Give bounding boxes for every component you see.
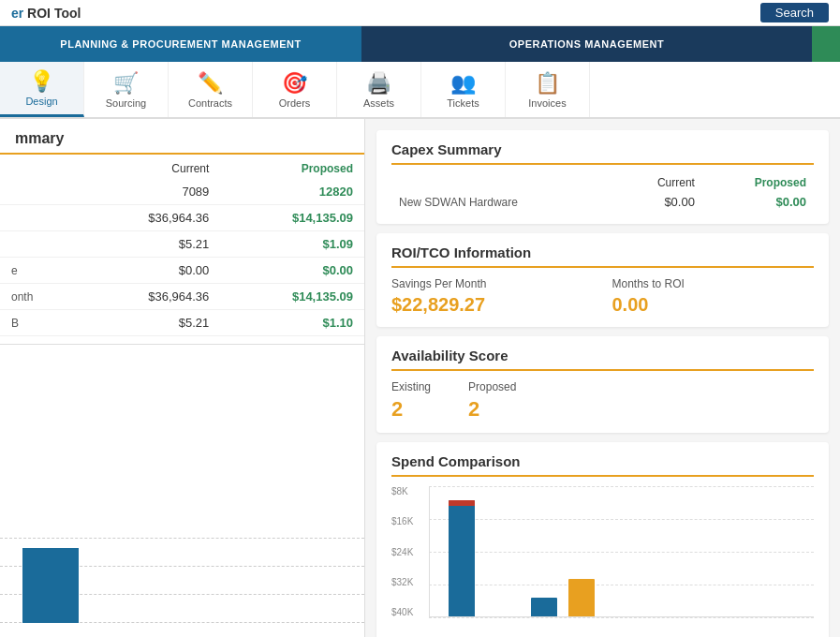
spend-title: Spend Comparison: [391, 453, 814, 477]
table-row: $5.21 $1.09: [0, 231, 364, 258]
table-row: New SDWAN Hardware $0.00 $0.00: [391, 191, 814, 213]
tab-bar: 💡 Design 🛒 Sourcing ✏️ Contracts 🎯 Order…: [0, 62, 840, 119]
tab-contracts-label: Contracts: [188, 97, 232, 109]
y-label: $40K: [391, 607, 425, 617]
summary-row-current: 7089: [77, 179, 221, 205]
y-label: $16K: [391, 516, 425, 526]
y-label: $8K: [391, 486, 425, 496]
assets-icon: 🖨️: [366, 71, 391, 96]
left-panel: mmary Current Proposed 7089 12820 $36,96…: [0, 119, 365, 637]
tab-tickets-label: Tickets: [447, 97, 479, 109]
table-row: onth $36,964.36 $14,135.09: [0, 284, 364, 310]
tab-invoices[interactable]: 📋 Invoices: [506, 62, 590, 117]
orders-icon: 🎯: [282, 71, 307, 96]
nav-operations[interactable]: Operations Management: [361, 26, 812, 62]
nav-planning[interactable]: Planning & Procurement Management: [0, 26, 361, 62]
tab-invoices-label: Invoices: [528, 97, 566, 109]
summary-row-current: $36,964.36: [77, 205, 221, 231]
roi-months-label: Months to ROI: [612, 277, 815, 290]
search-button[interactable]: Search: [760, 3, 829, 22]
summary-row-current: $36,964.36: [77, 284, 221, 310]
tab-orders-label: Orders: [279, 97, 311, 109]
left-chart-area: [0, 344, 364, 637]
y-label: $24K: [391, 547, 425, 557]
bar-current-1: [449, 500, 475, 616]
tab-contracts[interactable]: ✏️ Contracts: [169, 62, 253, 117]
avail-existing-value: 2: [391, 397, 431, 422]
availability-title: Availability Score: [391, 348, 814, 371]
roi-savings: Savings Per Month $22,829.27: [391, 277, 594, 316]
nav-green: [812, 26, 840, 62]
bar-group-1: [449, 495, 475, 616]
left-chart-bar: [22, 548, 79, 623]
table-row: B $5.21 $1.10: [0, 310, 364, 336]
summary-row-current: $5.21: [77, 231, 221, 258]
roi-grid: Savings Per Month $22,829.27 Months to R…: [391, 277, 814, 316]
tab-sourcing[interactable]: 🛒 Sourcing: [84, 62, 169, 117]
roi-title: ROI/TCO Information: [391, 244, 814, 268]
app-header: er ROI Tool Search: [0, 0, 840, 26]
tab-assets[interactable]: 🖨️ Assets: [337, 62, 421, 117]
capex-card: Capex Summary Current Proposed New SDWAN…: [376, 130, 829, 224]
bar-current-2: [531, 598, 557, 616]
tab-design-label: Design: [25, 96, 57, 107]
summary-title: mmary: [0, 119, 364, 155]
capex-col-proposed: Proposed: [702, 174, 814, 191]
roi-savings-value: $22,829.27: [391, 294, 594, 316]
avail-existing-label: Existing: [391, 380, 431, 393]
tab-sourcing-label: Sourcing: [106, 97, 146, 109]
capex-col-current: Current: [614, 174, 701, 191]
col-current: Current: [77, 158, 221, 179]
summary-row-label: e: [0, 258, 77, 284]
summary-row-current: $5.21: [77, 310, 221, 336]
capex-title: Capex Summary: [391, 141, 814, 165]
capex-row-current: $0.00: [614, 191, 701, 213]
avail-proposed-value: 2: [468, 397, 516, 422]
summary-row-proposed: 12820: [220, 179, 364, 205]
summary-row-label: onth: [0, 284, 77, 310]
tickets-icon: 👥: [450, 71, 476, 96]
roi-months-value: 0.00: [612, 294, 815, 316]
contracts-icon: ✏️: [198, 71, 223, 96]
header-title: er ROI Tool: [11, 6, 81, 21]
avail-proposed-label: Proposed: [468, 380, 516, 393]
capex-row-label: New SDWAN Hardware: [391, 191, 614, 213]
summary-row-label: B: [0, 310, 77, 336]
tab-design[interactable]: 💡 Design: [0, 62, 84, 117]
spend-chart: $40K$32K$24K$16K$8K: [391, 486, 814, 636]
summary-row-label: [0, 179, 77, 205]
avail-existing: Existing 2: [391, 380, 431, 422]
spend-card: Spend Comparison $40K$32K$24K$16K$8K: [376, 442, 829, 637]
roi-savings-label: Savings Per Month: [391, 277, 594, 290]
availability-grid: Existing 2 Proposed 2: [391, 380, 814, 422]
table-row: $36,964.36 $14,135.09: [0, 205, 364, 231]
right-panel: Capex Summary Current Proposed New SDWAN…: [365, 119, 840, 637]
summary-row-proposed: $0.00: [220, 258, 364, 284]
header-app-name: ROI Tool: [23, 6, 81, 21]
tab-assets-label: Assets: [363, 97, 394, 109]
tab-orders[interactable]: 🎯 Orders: [253, 62, 337, 117]
summary-row-proposed: $1.10: [220, 310, 364, 336]
sourcing-icon: 🛒: [113, 71, 139, 96]
tab-tickets[interactable]: 👥 Tickets: [421, 62, 506, 117]
capex-table: Current Proposed New SDWAN Hardware $0.0…: [391, 174, 814, 213]
summary-table: Current Proposed 7089 12820 $36,964.36 $…: [0, 158, 364, 336]
table-row: 7089 12820: [0, 179, 364, 205]
availability-card: Availability Score Existing 2 Proposed 2: [376, 336, 829, 433]
summary-row-proposed: $14,135.09: [220, 284, 364, 310]
nav-bar: Planning & Procurement Management Operat…: [0, 26, 840, 62]
summary-row-label: [0, 205, 77, 231]
design-icon: 💡: [29, 69, 54, 94]
chart-bars-area: [429, 486, 814, 617]
bar-group-2: [531, 495, 595, 616]
header-brand: er: [11, 6, 23, 21]
invoices-icon: 📋: [535, 71, 560, 96]
capex-row-proposed: $0.00: [702, 191, 814, 213]
bar-current-top-1: [449, 500, 475, 506]
summary-row-label: [0, 231, 77, 258]
gridline: [429, 617, 814, 618]
main-content: mmary Current Proposed 7089 12820 $36,96…: [0, 119, 840, 637]
summary-row-proposed: $14,135.09: [220, 205, 364, 231]
roi-months: Months to ROI 0.00: [612, 277, 815, 316]
col-proposed: Proposed: [220, 158, 364, 179]
